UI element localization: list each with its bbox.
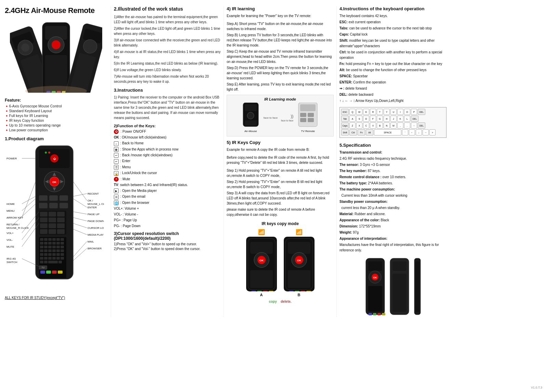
pairing-text: 1) Pairing: Insert the receiver to the c… (114, 95, 221, 120)
svg-rect-166 (306, 291, 311, 291)
svg-text:HOME: HOME (6, 202, 15, 206)
menu-icon: ☰ (114, 165, 119, 170)
func-item: 🔒 : Lock/Unlock the cursor (114, 171, 221, 175)
svg-rect-66 (48, 246, 52, 248)
copy-remotes-row: 📶 OK (227, 229, 334, 297)
d-key: D (363, 116, 369, 122)
t-key: T (377, 109, 383, 115)
features-title: Feature: (5, 98, 107, 103)
alt-key: Alt (366, 129, 373, 135)
svg-rect-176 (382, 313, 385, 315)
func-item: VOL+: Volume + (114, 206, 221, 211)
v-key: V (370, 122, 376, 129)
svg-rect-173 (369, 313, 372, 315)
cursor-item: 2)Press "OK" and "Vol-" button to speed … (114, 247, 221, 251)
svg-text:OK: OK (373, 276, 377, 279)
svg-point-21 (45, 152, 47, 154)
svg-rect-82 (40, 257, 43, 260)
shift-key: Shift (341, 129, 349, 135)
keyboard-instructions-body: The keyboard contains 42 keys. ESC: exit… (339, 13, 446, 104)
svg-rect-48 (40, 229, 48, 234)
hero-remote-image (5, 19, 107, 94)
feature-item: Standard Keyboard Layout (5, 109, 107, 113)
page-container: 2.4GHz Air-Mouse Remote (0, 0, 547, 323)
svg-line-112 (73, 223, 87, 228)
ir-keys-copy-body: Before copy,need to delete the IR code o… (227, 155, 334, 165)
svg-text:MOUSE_L CLICK: MOUSE_L CLICK (88, 202, 104, 206)
svg-rect-76 (40, 253, 43, 256)
space-key: SPACE (374, 129, 401, 135)
down-key: ↓ (416, 129, 422, 135)
keyboard-diagram: ESC Q W E R T Y U I O P DEL Tab A S D F … (339, 107, 446, 138)
svg-rect-67 (52, 246, 56, 248)
face-to-face-label: face to face (264, 116, 278, 119)
func-item: ▶ : Open the Media player (114, 188, 221, 193)
ir-keys-copy-section: 5) IR Keys Copy Example for remote A cop… (227, 140, 334, 217)
svg-point-8 (52, 40, 61, 49)
ir-keys-copy-title: 5) IR Keys Copy (227, 140, 334, 145)
svg-rect-80 (56, 253, 60, 256)
svg-rect-42 (40, 218, 48, 222)
svg-rect-72 (48, 249, 52, 252)
face-label: face to face (281, 119, 293, 122)
svg-rect-86 (56, 257, 60, 260)
tv-remote-svg (297, 103, 319, 128)
cursor-item: 1)Press "OK" and "Vol+" button to speed … (114, 242, 221, 246)
svg-rect-83 (44, 257, 48, 260)
gt-key: > (429, 129, 436, 135)
del-key: DEL (418, 109, 425, 115)
svg-text:BROWSER: BROWSER (88, 247, 102, 250)
page-title: 2.4GHz Air-Mouse Remote (5, 6, 107, 15)
svg-text:MOUSE_R CLICK: MOUSE_R CLICK (6, 226, 29, 230)
ir-learning-mode-label: IR Learning mode (229, 97, 331, 101)
svg-rect-54 (48, 238, 52, 241)
func-item: PG- : Page Down (114, 224, 221, 228)
func-keys-title: 2)Function of the Keys: (114, 124, 221, 128)
features-list: 6-Axis Gyroscope Mouse Control Standard … (5, 104, 107, 132)
copy-remote-a: 📶 OK (246, 229, 277, 297)
svg-rect-148 (250, 242, 273, 254)
s-key: S (356, 116, 362, 122)
svg-rect-56 (56, 238, 60, 241)
m-key: M (390, 122, 397, 129)
svg-rect-77 (44, 253, 48, 256)
svg-line-108 (73, 182, 87, 200)
work-status-item: 4)If air-mouse is at IR status,the red L… (114, 49, 221, 60)
svg-rect-179 (392, 274, 406, 312)
svg-line-113 (73, 229, 87, 235)
svg-rect-146 (308, 118, 314, 122)
browser-icon: 🌐 (114, 200, 119, 205)
svg-rect-63 (61, 242, 64, 245)
work-status-item: 2)After the cursor locked,the LED light … (114, 26, 221, 36)
svg-rect-79 (52, 253, 56, 256)
svg-rect-88 (40, 261, 43, 263)
svg-rect-155 (263, 291, 268, 291)
work-status-item: 3)If air-mouse lose connected with the r… (114, 38, 221, 48)
ir-keys-copy-steps: Step 1) Hold pressing "TV"+"Enter" on re… (227, 168, 334, 217)
svg-rect-158 (288, 242, 310, 254)
instructions-title: 3.Instructions (114, 88, 221, 93)
work-status-item: 6)If Low voltage,the green LED blinks sl… (114, 67, 221, 73)
func-item: TV: switch between 2.4G and Infrared(IR)… (114, 183, 221, 187)
svg-text:MAIL: MAIL (88, 240, 94, 243)
column-2: 2.Illustrated of the work status 1)After… (111, 6, 224, 317)
svg-rect-65 (44, 246, 48, 248)
caps-key: Caps (341, 122, 349, 129)
column-3: 4) IR learning Example for learning the … (224, 6, 336, 317)
ir-learning-diagram: IR Learning mode Air-Mouse face to face … (227, 95, 334, 136)
svg-rect-52 (40, 238, 43, 241)
svg-text:OK /: OK / (88, 199, 93, 202)
svg-rect-53 (44, 238, 48, 241)
svg-rect-64 (40, 246, 43, 248)
r-key: R (370, 109, 376, 115)
copy-delete-label: copy delete. (227, 300, 334, 303)
kbd-row-4: Shift Ctrl Fn Alt SPACE ' ← ↓ → > (341, 129, 445, 135)
svg-rect-75 (61, 249, 64, 252)
svg-rect-39 (40, 212, 48, 217)
work-status-item: 5)In the IR Learning status,the red LED … (114, 61, 221, 66)
j-key: J (390, 116, 397, 122)
a-key: A (349, 116, 356, 122)
func-item: ⏻ : Power ON/OFF (114, 129, 221, 134)
svg-rect-57 (61, 238, 64, 241)
k-key: K (397, 116, 403, 122)
